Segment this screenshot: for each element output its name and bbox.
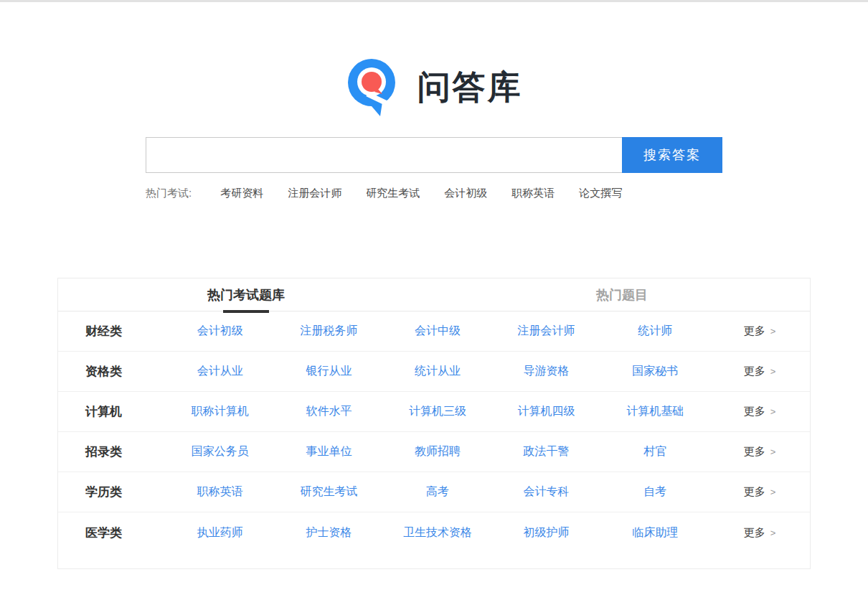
chevron-right-icon: > [770,366,776,377]
exam-link[interactable]: 注册税务师 [275,324,384,339]
exam-link[interactable]: 银行从业 [275,364,384,379]
more-link[interactable]: 更多> [709,526,810,540]
search-bar: 搜索答案 [146,137,722,173]
table-row: 计算机 职称计算机 软件水平 计算机三级 计算机四级 计算机基础 更多> [58,392,810,432]
hot-exam-link[interactable]: 考研资料 [220,187,263,200]
category-label: 财经类 [58,323,166,339]
hot-exams-label: 热门考试: [146,187,192,200]
exam-link[interactable]: 护士资格 [275,525,384,540]
exam-link[interactable]: 导游资格 [492,364,601,379]
exam-link[interactable]: 临床助理 [600,525,709,540]
exam-link[interactable]: 统计从业 [383,364,492,379]
more-link[interactable]: 更多> [709,485,810,499]
exam-link[interactable]: 初级护师 [492,525,601,540]
exam-link[interactable]: 执业药师 [166,525,275,540]
table-row: 学历类 职称英语 研究生考试 高考 会计专科 自考 更多> [58,472,810,512]
search-answers-button[interactable]: 搜索答案 [622,137,722,173]
exam-link[interactable]: 计算机四级 [492,404,601,419]
exam-link[interactable]: 软件水平 [275,404,384,419]
exam-link[interactable]: 事业单位 [275,444,384,459]
logo-bubble-magnifier-icon [346,58,403,117]
category-label: 计算机 [58,403,166,420]
table-row: 财经类 会计初级 注册税务师 会计中级 注册会计师 统计师 更多> [58,311,810,352]
exam-link[interactable]: 卫生技术资格 [383,525,492,540]
hot-exam-link[interactable]: 会计初级 [444,187,487,200]
exam-link[interactable]: 国家秘书 [600,364,709,379]
hot-exam-link[interactable]: 论文撰写 [579,187,622,200]
hot-exams-row: 热门考试: 考研资料 注册会计师 研究生考试 会计初级 职称英语 论文撰写 [146,187,722,200]
hot-exam-link[interactable]: 研究生考试 [366,187,420,200]
hot-exam-link[interactable]: 注册会计师 [288,187,341,200]
category-label: 医学类 [58,525,166,541]
chevron-right-icon: > [770,326,776,337]
search-input[interactable] [146,137,622,173]
hot-exam-link[interactable]: 职称英语 [511,187,555,200]
exam-link[interactable]: 政法干警 [492,444,601,459]
site-title: 问答库 [418,65,523,110]
exam-link[interactable]: 国家公务员 [166,444,275,459]
exam-link[interactable]: 职称英语 [166,484,275,500]
exam-link[interactable]: 职称计算机 [166,404,275,419]
category-label: 学历类 [58,484,166,500]
exam-link[interactable]: 教师招聘 [383,444,492,459]
exam-link[interactable]: 计算机三级 [383,404,492,419]
page-top-divider [0,0,868,2]
chevron-right-icon: > [770,446,776,457]
panel-tabs: 热门考试题库 热门题目 [58,278,810,311]
table-row: 资格类 会计从业 银行从业 统计从业 导游资格 国家秘书 更多> [58,352,810,392]
chevron-right-icon: > [770,487,776,497]
table-row: 招录类 国家公务员 事业单位 教师招聘 政法干警 村官 更多> [58,432,810,472]
exam-library-panel: 热门考试题库 热门题目 财经类 会计初级 注册税务师 会计中级 注册会计师 统计… [57,278,811,569]
more-link[interactable]: 更多> [709,445,810,459]
exam-link[interactable]: 会计中级 [383,324,492,339]
chevron-right-icon: > [770,528,776,538]
table-row: 医学类 执业药师 护士资格 卫生技术资格 初级护师 临床助理 更多> [58,512,810,553]
exam-link[interactable]: 自考 [600,484,709,500]
exam-link[interactable]: 会计初级 [166,324,275,339]
exam-link[interactable]: 高考 [383,484,492,500]
tab-hot-exam-library[interactable]: 热门考试题库 [58,278,434,311]
exam-link[interactable]: 会计从业 [166,364,275,379]
category-label: 资格类 [58,363,166,380]
exam-link[interactable]: 计算机基础 [600,404,709,419]
logo[interactable]: 问答库 [0,58,868,117]
more-link[interactable]: 更多> [709,324,810,338]
exam-link[interactable]: 研究生考试 [275,484,384,500]
exam-link[interactable]: 注册会计师 [492,324,601,339]
chevron-right-icon: > [770,406,776,417]
category-label: 招录类 [58,444,166,460]
more-link[interactable]: 更多> [709,405,810,418]
tab-hot-questions[interactable]: 热门题目 [434,278,810,311]
exam-link[interactable]: 村官 [600,444,709,459]
exam-link[interactable]: 会计专科 [492,484,601,500]
exam-link[interactable]: 统计师 [600,324,709,339]
more-link[interactable]: 更多> [709,365,810,378]
